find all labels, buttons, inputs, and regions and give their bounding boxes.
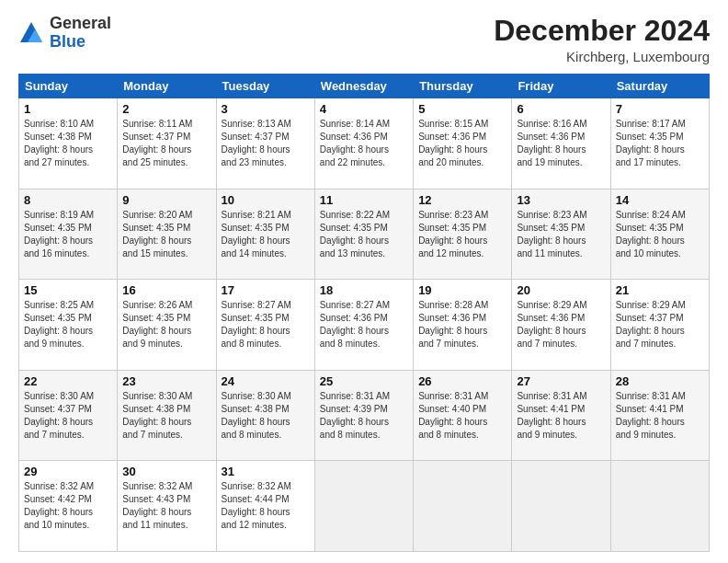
day-number: 4 (320, 102, 408, 116)
calendar-cell: 30Sunrise: 8:32 AM Sunset: 4:43 PM Dayli… (118, 461, 216, 552)
calendar-week-2: 8Sunrise: 8:19 AM Sunset: 4:35 PM Daylig… (19, 189, 710, 280)
calendar-cell: 24Sunrise: 8:30 AM Sunset: 4:38 PM Dayli… (216, 370, 314, 461)
calendar-cell: 15Sunrise: 8:25 AM Sunset: 4:35 PM Dayli… (19, 280, 118, 371)
calendar-cell: 6Sunrise: 8:16 AM Sunset: 4:36 PM Daylig… (512, 98, 610, 190)
calendar-cell: 18Sunrise: 8:27 AM Sunset: 4:36 PM Dayli… (314, 280, 413, 371)
day-number: 12 (418, 193, 506, 207)
day-header-monday: Monday (118, 75, 216, 98)
calendar-cell (314, 461, 413, 552)
logo-text: General Blue (50, 15, 111, 52)
day-number: 13 (517, 193, 605, 207)
day-info: Sunrise: 8:25 AM Sunset: 4:35 PM Dayligh… (24, 299, 112, 350)
calendar-cell: 7Sunrise: 8:17 AM Sunset: 4:35 PM Daylig… (610, 98, 709, 190)
day-number: 29 (24, 465, 112, 478)
day-number: 3 (222, 102, 310, 116)
day-info: Sunrise: 8:31 AM Sunset: 4:41 PM Dayligh… (616, 390, 704, 442)
calendar-cell: 5Sunrise: 8:15 AM Sunset: 4:36 PM Daylig… (414, 98, 512, 190)
calendar-week-1: 1Sunrise: 8:10 AM Sunset: 4:38 PM Daylig… (19, 98, 710, 190)
day-info: Sunrise: 8:10 AM Sunset: 4:38 PM Dayligh… (24, 118, 112, 169)
day-info: Sunrise: 8:22 AM Sunset: 4:35 PM Dayligh… (320, 209, 408, 260)
day-info: Sunrise: 8:21 AM Sunset: 4:35 PM Dayligh… (222, 209, 310, 260)
day-number: 15 (24, 283, 112, 297)
day-info: Sunrise: 8:32 AM Sunset: 4:42 PM Dayligh… (24, 480, 112, 532)
day-info: Sunrise: 8:24 AM Sunset: 4:35 PM Dayligh… (616, 209, 704, 260)
calendar-cell: 17Sunrise: 8:27 AM Sunset: 4:35 PM Dayli… (216, 280, 314, 371)
calendar-cell: 19Sunrise: 8:28 AM Sunset: 4:36 PM Dayli… (414, 280, 512, 371)
header: General Blue December 2024 Kirchberg, Lu… (18, 15, 710, 64)
calendar-cell: 25Sunrise: 8:31 AM Sunset: 4:39 PM Dayli… (314, 370, 413, 461)
calendar-cell: 23Sunrise: 8:30 AM Sunset: 4:38 PM Dayli… (118, 370, 216, 461)
day-info: Sunrise: 8:30 AM Sunset: 4:37 PM Dayligh… (24, 390, 112, 442)
day-info: Sunrise: 8:28 AM Sunset: 4:36 PM Dayligh… (418, 299, 506, 350)
day-header-sunday: Sunday (19, 75, 118, 98)
day-number: 11 (320, 193, 408, 207)
day-number: 5 (418, 102, 506, 116)
calendar-week-5: 29Sunrise: 8:32 AM Sunset: 4:42 PM Dayli… (19, 461, 710, 552)
day-number: 14 (616, 193, 704, 207)
day-number: 20 (517, 283, 605, 297)
calendar-cell: 21Sunrise: 8:29 AM Sunset: 4:37 PM Dayli… (610, 280, 709, 371)
day-number: 30 (122, 465, 210, 478)
calendar-cell: 13Sunrise: 8:23 AM Sunset: 4:35 PM Dayli… (512, 189, 610, 280)
calendar-cell: 11Sunrise: 8:22 AM Sunset: 4:35 PM Dayli… (314, 189, 413, 280)
day-number: 31 (222, 465, 310, 478)
day-number: 19 (418, 283, 506, 297)
calendar-cell (414, 461, 512, 552)
calendar-header-row: SundayMondayTuesdayWednesdayThursdayFrid… (19, 75, 710, 98)
day-number: 6 (517, 102, 605, 116)
day-info: Sunrise: 8:26 AM Sunset: 4:35 PM Dayligh… (122, 299, 210, 350)
day-info: Sunrise: 8:23 AM Sunset: 4:35 PM Dayligh… (517, 209, 605, 260)
day-number: 1 (24, 102, 112, 116)
day-info: Sunrise: 8:17 AM Sunset: 4:35 PM Dayligh… (616, 118, 704, 169)
day-info: Sunrise: 8:31 AM Sunset: 4:40 PM Dayligh… (418, 390, 506, 442)
day-number: 8 (24, 193, 112, 207)
day-number: 27 (517, 374, 605, 388)
calendar-cell: 4Sunrise: 8:14 AM Sunset: 4:36 PM Daylig… (314, 98, 413, 190)
calendar-cell: 14Sunrise: 8:24 AM Sunset: 4:35 PM Dayli… (610, 189, 709, 280)
day-info: Sunrise: 8:27 AM Sunset: 4:35 PM Dayligh… (222, 299, 310, 350)
day-info: Sunrise: 8:11 AM Sunset: 4:37 PM Dayligh… (122, 118, 210, 169)
day-info: Sunrise: 8:32 AM Sunset: 4:44 PM Dayligh… (222, 480, 310, 532)
calendar-cell: 10Sunrise: 8:21 AM Sunset: 4:35 PM Dayli… (216, 189, 314, 280)
day-info: Sunrise: 8:30 AM Sunset: 4:38 PM Dayligh… (222, 390, 310, 442)
day-header-thursday: Thursday (414, 75, 512, 98)
calendar-cell: 28Sunrise: 8:31 AM Sunset: 4:41 PM Dayli… (610, 370, 709, 461)
day-number: 26 (418, 374, 506, 388)
day-info: Sunrise: 8:23 AM Sunset: 4:35 PM Dayligh… (418, 209, 506, 260)
day-header-friday: Friday (512, 75, 610, 98)
day-info: Sunrise: 8:30 AM Sunset: 4:38 PM Dayligh… (122, 390, 210, 442)
day-number: 24 (222, 374, 310, 388)
day-number: 22 (24, 374, 112, 388)
logo: General Blue (18, 15, 111, 52)
calendar-cell (512, 461, 610, 552)
day-header-tuesday: Tuesday (216, 75, 314, 98)
day-info: Sunrise: 8:20 AM Sunset: 4:35 PM Dayligh… (122, 209, 210, 260)
day-info: Sunrise: 8:16 AM Sunset: 4:36 PM Dayligh… (517, 118, 605, 169)
calendar-cell: 1Sunrise: 8:10 AM Sunset: 4:38 PM Daylig… (19, 98, 118, 190)
day-info: Sunrise: 8:19 AM Sunset: 4:35 PM Dayligh… (24, 209, 112, 260)
day-number: 28 (616, 374, 704, 388)
day-info: Sunrise: 8:13 AM Sunset: 4:37 PM Dayligh… (222, 118, 310, 169)
day-info: Sunrise: 8:14 AM Sunset: 4:36 PM Dayligh… (320, 118, 408, 169)
calendar-cell: 31Sunrise: 8:32 AM Sunset: 4:44 PM Dayli… (216, 461, 314, 552)
day-number: 2 (122, 102, 210, 116)
logo-icon (18, 20, 44, 46)
page: General Blue December 2024 Kirchberg, Lu… (0, 0, 728, 563)
day-info: Sunrise: 8:29 AM Sunset: 4:37 PM Dayligh… (616, 299, 704, 350)
calendar-cell: 9Sunrise: 8:20 AM Sunset: 4:35 PM Daylig… (118, 189, 216, 280)
day-number: 21 (616, 283, 704, 297)
calendar-cell: 26Sunrise: 8:31 AM Sunset: 4:40 PM Dayli… (414, 370, 512, 461)
calendar-cell: 22Sunrise: 8:30 AM Sunset: 4:37 PM Dayli… (19, 370, 118, 461)
calendar-cell: 12Sunrise: 8:23 AM Sunset: 4:35 PM Dayli… (414, 189, 512, 280)
day-number: 17 (222, 283, 310, 297)
day-info: Sunrise: 8:29 AM Sunset: 4:36 PM Dayligh… (517, 299, 605, 350)
day-info: Sunrise: 8:31 AM Sunset: 4:41 PM Dayligh… (517, 390, 605, 442)
calendar-cell: 20Sunrise: 8:29 AM Sunset: 4:36 PM Dayli… (512, 280, 610, 371)
calendar-cell: 3Sunrise: 8:13 AM Sunset: 4:37 PM Daylig… (216, 98, 314, 190)
day-header-wednesday: Wednesday (314, 75, 413, 98)
day-info: Sunrise: 8:15 AM Sunset: 4:36 PM Dayligh… (418, 118, 506, 169)
calendar: SundayMondayTuesdayWednesdayThursdayFrid… (18, 74, 710, 552)
day-info: Sunrise: 8:31 AM Sunset: 4:39 PM Dayligh… (320, 390, 408, 442)
day-number: 23 (122, 374, 210, 388)
day-number: 16 (122, 283, 210, 297)
